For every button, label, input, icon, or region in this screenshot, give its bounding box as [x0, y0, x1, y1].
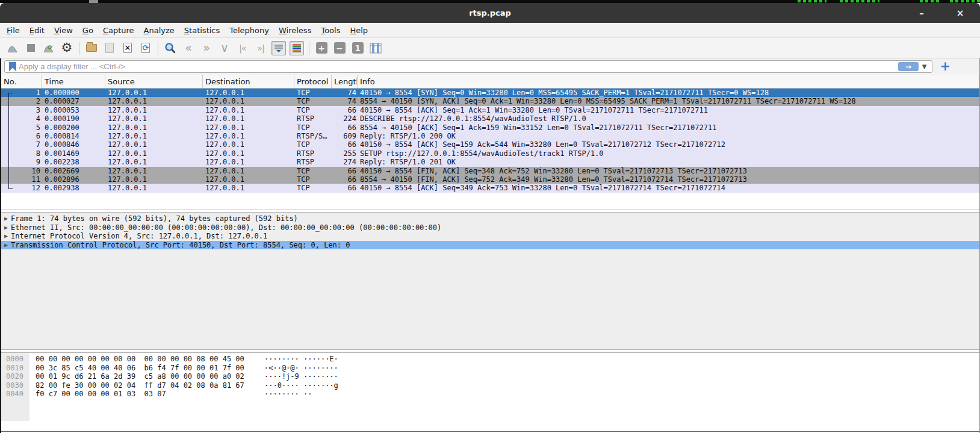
zoom-out-button-icon[interactable]: − [332, 40, 347, 57]
packet-row[interactable]: 40.000190127.0.0.1127.0.0.1RTSP224DESCRI… [1, 114, 979, 123]
packet-row[interactable]: 70.000846127.0.0.1127.0.0.1TCP6640150 → … [1, 140, 979, 149]
hex-bytes[interactable]: 82 00 fe 30 00 00 02 04 ff d7 04 02 08 0… [29, 381, 244, 390]
column-header-source[interactable]: Source [105, 75, 203, 88]
packet-protocol-cell: TCP [294, 167, 332, 175]
go-forward-button-icon[interactable]: » [199, 40, 214, 57]
packet-row[interactable]: 50.000200127.0.0.1127.0.0.1TCP668554 → 4… [1, 123, 979, 132]
hex-bytes[interactable]: 00 01 9c d6 21 6a 2d 39 c5 a8 00 00 00 0… [29, 372, 244, 381]
pane-splitter[interactable] [1, 208, 979, 213]
stop-capture-button-icon[interactable] [23, 40, 39, 57]
hex-offset: 0010 [1, 364, 29, 373]
packet-protocol-cell: RTSP/S… [294, 132, 332, 140]
hex-ascii[interactable]: ···0···· ·······g [264, 381, 338, 390]
detail-tree-row[interactable]: ▶Transmission Control Protocol, Src Port… [1, 241, 979, 250]
filter-bookmark-icon[interactable] [9, 62, 16, 72]
filter-history-dropdown-icon[interactable]: ▼ [919, 63, 931, 70]
hex-row[interactable]: 0040f0 c7 00 00 00 00 01 03 03 07·······… [1, 390, 979, 399]
display-filter-bar: → ▼ + [0, 58, 980, 75]
column-header-info[interactable]: Info [358, 75, 979, 88]
expander-triangle-icon[interactable]: ▶ [1, 223, 11, 232]
packet-destination-cell: 127.0.0.1 [203, 140, 294, 149]
expander-triangle-icon[interactable]: ▶ [1, 232, 11, 241]
packet-row[interactable]: 20.000027127.0.0.1127.0.0.1TCP748554 → 4… [1, 97, 979, 105]
hex-row[interactable]: 003082 00 fe 30 00 00 02 04 ff d7 04 02 … [1, 381, 979, 390]
display-filter-field[interactable]: → ▼ [4, 60, 932, 73]
menu-item-view[interactable]: View [49, 25, 78, 36]
packet-length-cell: 66 [332, 106, 358, 114]
close-button[interactable]: × [954, 8, 967, 19]
menu-item-capture[interactable]: Capture [98, 25, 139, 36]
column-header-protocol[interactable]: Protocol [294, 75, 332, 88]
detail-tree-row[interactable]: ▶Internet Protocol Version 4, Src: 127.0… [1, 232, 979, 241]
menu-item-file[interactable]: File [2, 25, 25, 36]
packet-row[interactable]: 60.000814127.0.0.1127.0.0.1RTSP/S…609Rep… [1, 132, 979, 140]
expander-triangle-icon[interactable]: ▶ [1, 241, 11, 250]
normal-size-button-icon[interactable]: 1 [350, 40, 365, 57]
hex-bytes[interactable]: 00 00 00 00 00 00 00 00 00 00 00 00 08 0… [29, 355, 244, 364]
detail-tree-row[interactable]: ▶Ethernet II, Src: 00:00:00_00:00:00 (00… [1, 223, 979, 232]
colorize-packets-button-icon[interactable] [289, 40, 305, 57]
detail-row-text: Internet Protocol Version 4, Src: 127.0.… [11, 232, 267, 241]
capture-options-button-icon[interactable]: ⚙ [59, 40, 75, 57]
column-header-length[interactable]: Length [332, 75, 358, 88]
menu-item-help[interactable]: Help [345, 25, 373, 36]
menu-item-tools[interactable]: Tools [316, 25, 345, 36]
packet-time-cell: 0.000200 [42, 123, 105, 132]
go-to-packet-button-icon[interactable]: ∨ [217, 40, 232, 57]
menu-item-wireless[interactable]: Wireless [274, 25, 316, 36]
packet-row[interactable]: 120.002938127.0.0.1127.0.0.1TCP6640150 →… [1, 184, 979, 192]
display-filter-input[interactable] [19, 62, 898, 71]
save-file-button-icon[interactable] [102, 40, 117, 57]
open-file-button-icon[interactable] [84, 40, 99, 57]
first-packet-button-icon[interactable]: |« [235, 40, 250, 57]
hex-bytes[interactable]: f0 c7 00 00 00 00 01 03 03 07 [29, 390, 166, 399]
start-capture-button-icon[interactable] [5, 40, 20, 57]
hex-bytes[interactable]: 00 3c 85 c5 40 00 40 06 b6 f4 7f 00 00 0… [29, 364, 244, 373]
column-header-time[interactable]: Time [42, 75, 105, 88]
find-packet-button-icon[interactable] [163, 40, 178, 57]
hex-ascii[interactable]: ····!j-9 ········ [264, 372, 338, 381]
packet-row[interactable]: 80.001469127.0.0.1127.0.0.1RTSP255SETUP … [1, 149, 979, 158]
background-terminal-text [920, 0, 940, 2]
packet-info-cell: DESCRIBE rtsp://127.0.0.1:8554/wavAudioT… [358, 114, 979, 123]
packet-row[interactable]: 100.002669127.0.0.1127.0.0.1TCP6640150 →… [1, 167, 979, 175]
menu-item-go[interactable]: Go [78, 25, 98, 36]
hex-ascii[interactable]: ········ ······E· [264, 355, 338, 364]
packet-info-cell: 40150 → 8554 [ACK] Seq=1 Ack=1 Win=33280… [358, 106, 979, 114]
packet-row[interactable]: 90.002238127.0.0.1127.0.0.1RTSP274Reply:… [1, 158, 979, 166]
go-back-button-icon[interactable]: « [181, 40, 196, 57]
close-file-button-icon[interactable]: ✕ [120, 40, 135, 57]
menu-item-edit[interactable]: Edit [25, 25, 49, 36]
resize-columns-button-icon[interactable] [368, 40, 383, 57]
reload-file-button-icon[interactable]: ⟳ [138, 40, 154, 57]
minimize-button[interactable]: – [915, 8, 928, 19]
zoom-in-button-icon[interactable]: + [314, 40, 329, 57]
last-packet-button-icon[interactable]: »| [253, 40, 268, 57]
expander-triangle-icon[interactable]: ▶ [1, 214, 11, 223]
menu-item-analyze[interactable]: Analyze [139, 25, 179, 36]
menu-item-telephony[interactable]: Telephony [225, 25, 274, 36]
hex-row[interactable]: 002000 01 9c d6 21 6a 2d 39 c5 a8 00 00 … [1, 372, 979, 381]
restart-capture-button-icon[interactable]: ⟳ [41, 40, 57, 57]
packet-time-cell: 0.000053 [42, 106, 105, 114]
add-filter-button-icon[interactable]: + [940, 60, 951, 73]
hex-ascii[interactable]: ·<··@·@· ········ [264, 364, 338, 373]
auto-scroll-button-icon[interactable] [271, 40, 287, 57]
column-header-no[interactable]: No. [1, 75, 42, 88]
packet-info-cell: 8554 → 40150 [FIN, ACK] Seq=752 Ack=349 … [358, 175, 979, 184]
column-header-destination[interactable]: Destination [203, 75, 294, 88]
packet-destination-cell: 127.0.0.1 [203, 149, 294, 158]
hex-row[interactable]: 000000 00 00 00 00 00 00 00 00 00 00 00 … [1, 355, 979, 364]
detail-tree-row[interactable]: ▶Frame 1: 74 bytes on wire (592 bits), 7… [1, 214, 979, 223]
packet-row[interactable]: 30.000053127.0.0.1127.0.0.1TCP6640150 → … [1, 106, 979, 114]
packet-row[interactable]: 10.000000127.0.0.1127.0.0.1TCP7440150 → … [1, 89, 979, 97]
detail-row-text: Ethernet II, Src: 00:00:00_00:00:00 (00:… [11, 223, 441, 232]
packet-protocol-cell: TCP [294, 175, 332, 184]
hex-row[interactable]: 001000 3c 85 c5 40 00 40 06 b6 f4 7f 00 … [1, 364, 979, 373]
packet-row[interactable]: 110.002896127.0.0.1127.0.0.1TCP668554 → … [1, 175, 979, 184]
packet-source-cell: 127.0.0.1 [105, 89, 203, 97]
menu-item-statistics[interactable]: Statistics [179, 25, 225, 36]
apply-filter-button[interactable]: → [898, 62, 919, 71]
title-bar[interactable]: rtsp.pcap – × [0, 3, 980, 23]
hex-ascii[interactable]: ········ ·· [264, 390, 312, 399]
